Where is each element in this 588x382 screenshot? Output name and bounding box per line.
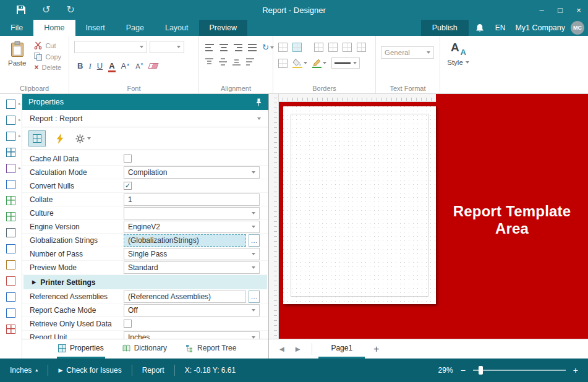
border-color-button[interactable] [312,58,326,68]
zoom-slider[interactable] [473,366,566,375]
font-size-combobox[interactable] [150,41,184,53]
tab-page[interactable]: Page [116,20,155,36]
report-page[interactable] [283,106,436,304]
infographics-button[interactable] [1,176,22,192]
zoom-out-button[interactable]: − [461,366,466,375]
data-table-button[interactable] [1,192,22,208]
text-rotation-button[interactable]: ↻ [262,43,274,51]
border-top-button[interactable] [328,43,338,52]
dropdown[interactable]: Inches [124,331,260,339]
panel-settings-button[interactable] [74,130,92,146]
checkbox[interactable]: ✓ [124,182,132,190]
border-none-button[interactable] [278,59,288,68]
dropdown[interactable]: (Referenced Assemblies) [124,291,246,303]
checkbox[interactable] [124,320,132,328]
border-left-button[interactable] [314,43,323,52]
data-grid-button[interactable] [1,208,22,224]
bold-button[interactable]: B [77,62,83,70]
publish-button[interactable]: Publish [421,20,469,36]
next-page-button[interactable]: ▶ [290,339,306,359]
dropdown[interactable] [124,207,260,219]
page-break-button[interactable] [1,305,22,321]
text-in-cells-button[interactable] [1,273,22,289]
fill-color-button[interactable] [292,58,307,68]
border-all-button[interactable] [292,43,302,52]
language-selector[interactable]: EN [491,20,510,36]
checkbox[interactable] [124,155,132,163]
redo-button[interactable]: ↻ [66,5,74,15]
text-format-dropdown[interactable]: General [381,46,434,59]
minimize-button[interactable]: – [532,0,551,20]
maximize-button[interactable]: □ [551,0,569,20]
italic-button[interactable]: I [88,62,91,70]
events-view-button[interactable] [51,130,69,146]
dropdown[interactable]: Standard [124,261,260,274]
account-name[interactable]: My1 Company [509,20,571,36]
page-tab-page1[interactable]: Page1 [318,339,365,359]
save-button[interactable] [16,5,26,15]
tab-insert[interactable]: Insert [75,20,116,36]
align-justify-button[interactable] [248,44,257,51]
property-row-cache-all-data[interactable]: Cache All Data [22,152,268,166]
add-page-button[interactable]: + [365,339,388,359]
property-row-calculation-mode[interactable]: Calculation ModeCompilation [22,166,268,179]
align-middle-button[interactable] [219,58,227,66]
property-row-collate[interactable]: Collate1 [22,193,268,206]
undo-button[interactable]: ↺ [42,5,50,15]
check-for-issues-button[interactable]: ▶ Check for Issues [48,359,131,382]
grow-font-button[interactable]: A▲ [121,62,130,70]
align-bottom-button[interactable] [232,58,241,66]
components-button[interactable]: ▸ [1,128,22,144]
tab-dictionary[interactable]: Dictionary [121,339,168,359]
dropdown[interactable]: Off [124,304,260,316]
notifications-button[interactable] [469,20,491,36]
text-input[interactable]: 1 [124,193,260,206]
border-outside-button[interactable] [357,43,366,52]
selected-object-dropdown[interactable]: Report : Report [22,110,268,127]
border-right-button[interactable] [343,43,352,52]
align-right-button[interactable] [234,44,242,51]
cross-tab-button[interactable] [1,321,22,337]
align-left-button[interactable] [205,44,214,51]
tab-file[interactable]: File [0,20,33,36]
property-row-retrieve-only-used-data[interactable]: Retrieve Only Used Data [22,317,268,331]
property-section-printer-settings[interactable]: ▶Printer Settings [23,275,267,289]
unit-selector[interactable]: Inches ▴ [0,359,48,382]
zoom-slider-thumb[interactable] [479,366,483,375]
align-center-button[interactable] [219,44,228,51]
clear-format-eraser-icon[interactable] [148,63,159,69]
underline-button[interactable]: U [97,62,103,70]
dropdown[interactable]: EngineV2 [124,221,260,233]
property-row-engine-version[interactable]: Engine VersionEngineV2 [22,220,268,234]
dropdown[interactable]: Compilation [124,166,260,179]
tab-preview[interactable]: Preview [199,20,247,36]
property-row-preview-mode[interactable]: Preview ModeStandard [22,261,268,274]
previous-page-button[interactable]: ◀ [274,339,290,359]
ellipsis-button[interactable]: … [249,234,260,247]
chart-button[interactable]: ▸ [1,160,22,176]
word-wrap-button[interactable] [246,58,254,66]
property-row-globalization-strings[interactable]: Globalization Strings(GlobalizationStrin… [22,234,268,247]
dropdown[interactable]: (GlobalizationStrings) [124,234,246,247]
border-style-dropdown[interactable] [331,57,360,69]
image-button[interactable] [1,257,22,273]
border-bottom-button[interactable] [278,43,288,52]
report-view-button[interactable]: Report [132,359,174,382]
ellipsis-button[interactable]: … [249,291,260,303]
properties-view-button[interactable] [28,130,46,146]
delete-button[interactable]: × Delete [34,64,61,71]
align-top-button[interactable] [205,58,213,66]
property-row-culture[interactable]: Culture [22,206,268,220]
panel-button[interactable] [1,289,22,305]
copy-button[interactable]: Copy [34,53,61,61]
avatar[interactable]: MC [571,21,584,35]
tab-layout[interactable]: Layout [155,20,199,36]
dropdown[interactable]: Single Pass [124,248,260,260]
rich-text-button[interactable] [1,240,22,257]
bands-button[interactable]: ▸ [1,96,22,112]
tab-report-tree[interactable]: Report Tree [184,339,237,359]
shrink-font-button[interactable]: A▼ [135,62,143,70]
font-color-button[interactable]: A [108,61,115,70]
pin-panel-button[interactable] [255,98,262,106]
property-row-convert-nulls[interactable]: Convert Nulls✓ [22,179,268,193]
